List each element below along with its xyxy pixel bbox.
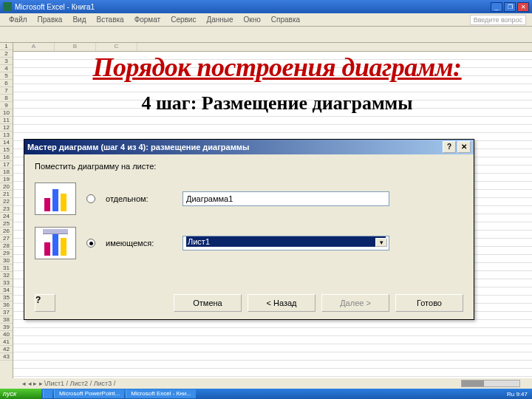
row-header[interactable]: 1 bbox=[0, 43, 13, 50]
dialog-buttons: ? Отмена < Назад Далее > Готово bbox=[35, 294, 463, 312]
menu-edit[interactable]: Правка bbox=[33, 14, 67, 25]
dialog-titlebar: Мастер диаграмм (шаг 4 из 4): размещение… bbox=[24, 140, 474, 154]
menu-file[interactable]: Файл bbox=[4, 14, 32, 25]
place-chart-label: Поместить диаграмму на листе: bbox=[35, 162, 463, 171]
col-header[interactable]: A bbox=[13, 43, 55, 51]
separate-sheet-name-input[interactable] bbox=[183, 191, 389, 206]
sheet-tabs-label[interactable]: ◂ ◂ ▸ ▸ \Лист1 / Лист2 / Лист3 / bbox=[22, 380, 115, 387]
maximize-button[interactable]: ❐ bbox=[504, 2, 516, 12]
option-existing-sheet: имеющемся: Лист1 bbox=[35, 227, 463, 259]
dialog-body: Поместить диаграмму на листе: отдельном:… bbox=[24, 154, 474, 279]
cancel-button[interactable]: Отмена bbox=[174, 294, 242, 312]
page-subtitle: 4 шаг: Размещение диаграммы bbox=[44, 92, 510, 115]
window-title: Microsoft Excel - Книга1 bbox=[15, 3, 491, 11]
window-controls: _ ❐ ✕ bbox=[491, 2, 529, 12]
option-separate-sheet: отдельном: bbox=[35, 183, 463, 215]
col-header[interactable]: B bbox=[55, 43, 96, 51]
row-headers: 1234567891011121314151617181920212223242… bbox=[0, 43, 13, 378]
menu-view[interactable]: Вид bbox=[68, 14, 90, 25]
menu-window[interactable]: Окно bbox=[239, 14, 265, 25]
task-item[interactable] bbox=[43, 389, 52, 398]
radio-existing[interactable] bbox=[86, 239, 95, 248]
column-headers: A B C bbox=[13, 43, 532, 52]
task-item[interactable]: Microsoft Excel - Кни... bbox=[126, 389, 196, 398]
dialog-help-button[interactable]: ? bbox=[443, 141, 456, 153]
toolbar bbox=[0, 27, 532, 43]
page-title: Порядок построения диаграмм: bbox=[44, 52, 510, 83]
menu-insert[interactable]: Вставка bbox=[92, 14, 128, 25]
horizontal-scrollbar[interactable] bbox=[461, 380, 520, 387]
chart-existing-icon bbox=[35, 227, 76, 259]
radio-existing-label: имеющемся: bbox=[106, 239, 172, 248]
radio-separate[interactable] bbox=[86, 194, 95, 203]
dialog-title: Мастер диаграмм (шаг 4 из 4): размещение… bbox=[27, 143, 441, 151]
selected-sheet: Лист1 bbox=[186, 236, 386, 247]
col-header[interactable]: C bbox=[96, 43, 137, 51]
radio-separate-label: отдельном: bbox=[106, 194, 172, 203]
chart-wizard-dialog: Мастер диаграмм (шаг 4 из 4): размещение… bbox=[24, 139, 474, 320]
existing-sheet-select[interactable]: Лист1 bbox=[183, 236, 389, 250]
dialog-close-button[interactable]: ✕ bbox=[457, 141, 471, 153]
task-item[interactable]: Microsoft PowerPoint... bbox=[54, 389, 124, 398]
excel-app-icon bbox=[3, 2, 12, 11]
help-button[interactable]: ? bbox=[35, 294, 55, 312]
menu-tools[interactable]: Сервис bbox=[166, 14, 200, 25]
menu-bar: Файл Правка Вид Вставка Формат Сервис Да… bbox=[0, 13, 532, 27]
windows-taskbar: пуск Microsoft PowerPoint... Microsoft E… bbox=[0, 389, 532, 399]
start-button[interactable]: пуск bbox=[0, 389, 41, 399]
sheet-tabs-bar[interactable]: ◂ ◂ ▸ ▸ \Лист1 / Лист2 / Лист3 / bbox=[0, 378, 532, 389]
close-button[interactable]: ✕ bbox=[517, 2, 529, 12]
menu-help[interactable]: Справка bbox=[267, 14, 304, 25]
menu-format[interactable]: Формат bbox=[130, 14, 166, 25]
finish-button[interactable]: Готово bbox=[395, 294, 463, 312]
back-button[interactable]: < Назад bbox=[248, 294, 316, 312]
next-button[interactable]: Далее > bbox=[321, 294, 389, 312]
help-search-input[interactable]: Введите вопрос bbox=[470, 15, 526, 25]
minimize-button[interactable]: _ bbox=[491, 2, 502, 12]
menu-data[interactable]: Данные bbox=[202, 14, 237, 25]
system-tray[interactable]: Ru 9:47 bbox=[502, 391, 532, 398]
chart-separate-icon bbox=[35, 183, 76, 215]
window-titlebar: Microsoft Excel - Книга1 _ ❐ ✕ bbox=[0, 0, 532, 13]
